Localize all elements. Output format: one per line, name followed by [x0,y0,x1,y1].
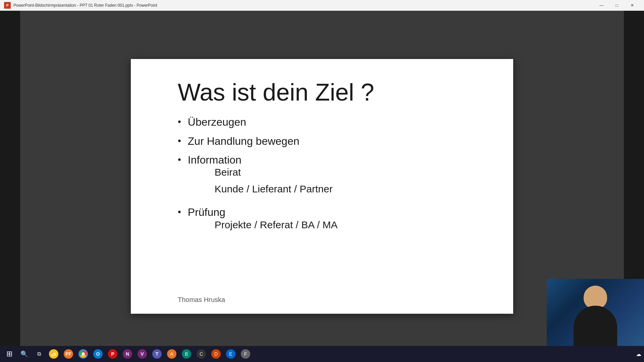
webcam-person [547,279,644,353]
list-item: • Überzeugen [178,116,486,128]
slide: Was ist dein Ziel ? • Überzeugen • Zur H… [131,59,513,314]
app-icon-3[interactable]: C [195,347,208,361]
close-button[interactable]: ✕ [625,0,640,11]
bullet-dot: • [178,116,181,128]
titlebar: P PowerPoint-Bildschirmpräsentation - PP… [0,0,644,11]
bullet-text: Information [188,154,241,166]
sub-item: Projekte / Referat / BA / MA [215,219,338,231]
window-controls: — □ ✕ [594,0,640,11]
bullet-dot: • [178,154,181,166]
notification-area: ☁ [636,351,641,357]
app-icon-2[interactable]: B [180,347,193,361]
list-item: • Information Beirat Kunde / Lieferant /… [178,154,486,200]
slide-content: Was ist dein Ziel ? • Überzeugen • Zur H… [131,59,513,314]
minimize-button[interactable]: — [594,0,609,11]
explorer-icon[interactable]: 📁 [47,347,60,361]
chrome-icon[interactable] [76,347,90,361]
list-item: • Prüfung Projekte / Referat / BA / MA [178,206,486,235]
app-icon-1[interactable]: A [165,347,178,361]
app-icon-4[interactable]: D [209,347,223,361]
search-button[interactable]: 🔍 [17,347,31,361]
bullet-dot: • [178,135,181,147]
sub-item: Kunde / Lieferant / Partner [215,183,333,195]
bullet-group: Information Beirat Kunde / Lieferant / P… [188,154,333,200]
bullet-text: Prüfung [188,206,225,218]
webcam-overlay [547,279,644,353]
cloud-icon: ☁ [636,351,641,357]
firefox-icon[interactable]: FF [62,347,75,361]
bullet-list: • Überzeugen • Zur Handlung bewegen • In… [178,116,486,242]
slide-title: Was ist dein Ziel ? [178,79,486,106]
app-icon-6[interactable]: F [239,347,252,361]
slide-container: Was ist dein Ziel ? • Überzeugen • Zur H… [20,11,624,362]
teams-icon[interactable]: T [150,347,164,361]
person-body [574,306,617,349]
left-sidebar [0,11,20,362]
slide-footer: Thomas Hruska [178,296,225,304]
bullet-text: Zur Handlung bewegen [188,135,300,147]
taskview-button[interactable]: ⧉ [32,347,46,361]
start-button[interactable]: ⊞ [3,347,16,361]
sub-item: Beirat [215,166,333,178]
outlook-icon[interactable]: O [91,347,105,361]
bullet-group: Prüfung Projekte / Referat / BA / MA [188,206,338,235]
taskbar: ⊞ 🔍 ⧉ 📁 FF O P N V T A B C D E F ☁ [0,346,644,362]
bullet-text: Überzeugen [188,116,246,128]
bullet-dot: • [178,206,181,218]
maximize-button[interactable]: □ [609,0,625,11]
app-icon-5[interactable]: E [224,347,237,361]
app-icon: P [4,2,11,9]
list-item: • Zur Handlung bewegen [178,135,486,147]
visio-icon[interactable]: V [136,347,149,361]
onenote-icon[interactable]: N [121,347,134,361]
titlebar-title: PowerPoint-Bildschirmpräsentation - PPT … [13,3,594,8]
powerpoint-icon[interactable]: P [106,347,119,361]
